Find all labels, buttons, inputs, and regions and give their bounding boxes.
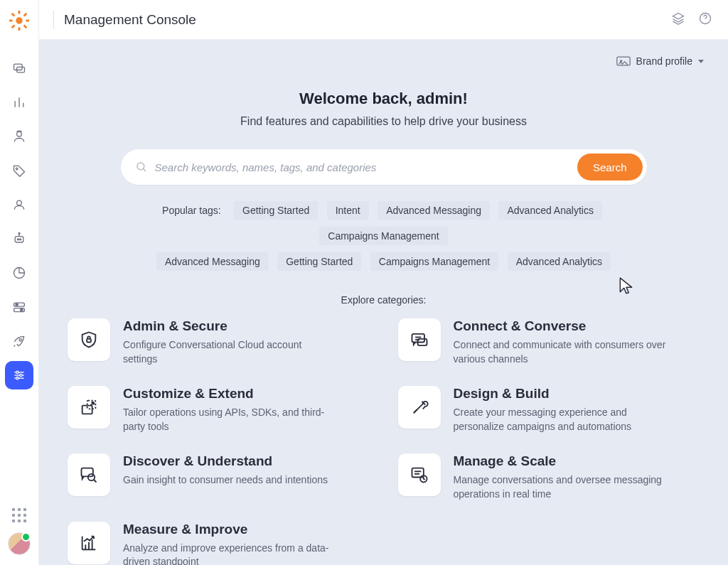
- tag-advanced-analytics-2[interactable]: Advanced Analytics: [508, 252, 611, 271]
- svg-point-32: [16, 377, 18, 380]
- category-cards: Admin & Secure Configure Conversational …: [68, 318, 700, 565]
- chevron-down-icon: [698, 60, 704, 63]
- tag-getting-started[interactable]: Getting Started: [234, 201, 318, 220]
- card-desc: Gain insight to consumer needs and inten…: [123, 473, 328, 488]
- welcome-subtitle: Find features and capabilities to help d…: [68, 115, 700, 128]
- card-desc: Analyze and improve experiences from a d…: [123, 542, 336, 565]
- svg-point-28: [16, 371, 18, 373]
- card-desc: Configure Conversational Cloud account s…: [123, 338, 336, 366]
- svg-point-30: [20, 374, 22, 376]
- tag-advanced-analytics[interactable]: Advanced Analytics: [498, 201, 601, 220]
- search-icon: [135, 161, 148, 173]
- campaign-icon[interactable]: [5, 327, 33, 355]
- card-measure-improve[interactable]: Measure & Improve Analyze and improve ex…: [68, 522, 370, 565]
- page-title: Management Console: [64, 12, 196, 28]
- card-title: Design & Build: [454, 386, 667, 402]
- search-bar: Search: [121, 149, 647, 185]
- svg-point-23: [16, 303, 18, 306]
- card-title: Discover & Understand: [123, 453, 328, 469]
- card-manage-scale[interactable]: Manage & Scale Manage conversations and …: [398, 453, 700, 501]
- svg-line-5: [12, 14, 15, 16]
- card-design-build[interactable]: Design & Build Create your messaging exp…: [398, 386, 700, 434]
- svg-line-7: [24, 14, 27, 16]
- brand-profile-icon: [616, 56, 631, 66]
- svg-line-38: [143, 168, 146, 171]
- layers-icon[interactable]: [671, 11, 685, 28]
- bot-icon[interactable]: [5, 225, 33, 253]
- manage-icon: [398, 453, 441, 496]
- card-title: Customize & Extend: [123, 386, 336, 402]
- extend-icon: [68, 386, 110, 429]
- agent-icon[interactable]: [5, 122, 33, 151]
- svg-line-8: [12, 26, 15, 28]
- avatar[interactable]: [8, 532, 31, 555]
- card-customize-extend[interactable]: Customize & Extend Tailor operations usi…: [68, 386, 370, 434]
- main-area: Management Console Brand profile: [39, 0, 728, 565]
- tags-label: Popular tags:: [162, 205, 221, 216]
- search-chat-icon: [68, 453, 110, 496]
- messaging-icon[interactable]: [5, 54, 33, 82]
- svg-point-21: [18, 232, 20, 234]
- svg-line-48: [94, 480, 97, 483]
- brand-profile-dropdown[interactable]: Brand profile: [616, 55, 704, 67]
- shield-lock-icon: [68, 318, 110, 361]
- help-icon[interactable]: [698, 11, 712, 28]
- popular-tags: Popular tags: Getting Started Intent Adv…: [114, 198, 654, 274]
- apps-menu-icon[interactable]: [12, 508, 26, 522]
- side-rail: [0, 0, 39, 565]
- svg-rect-39: [87, 339, 91, 343]
- user-icon[interactable]: [5, 190, 33, 219]
- chart-up-icon: [68, 522, 110, 564]
- analytics-icon[interactable]: [5, 88, 33, 117]
- data-icon[interactable]: [5, 259, 33, 287]
- brand-logo-icon: [9, 10, 30, 31]
- svg-point-26: [19, 339, 21, 341]
- svg-point-16: [17, 200, 22, 205]
- svg-rect-46: [82, 468, 93, 477]
- tag-intent[interactable]: Intent: [327, 201, 369, 220]
- card-title: Measure & Improve: [123, 522, 336, 537]
- chat-icon: [398, 318, 441, 361]
- toggle-icon[interactable]: [5, 293, 33, 321]
- svg-point-47: [88, 474, 95, 480]
- management-console-icon[interactable]: [5, 361, 33, 389]
- card-title: Connect & Converse: [454, 318, 667, 334]
- tag-icon[interactable]: [5, 156, 33, 185]
- welcome-title: Welcome back, admin!: [68, 90, 700, 108]
- svg-point-14: [17, 131, 22, 136]
- svg-point-0: [16, 17, 22, 23]
- search-input[interactable]: [155, 161, 577, 173]
- brand-profile-label: Brand profile: [636, 55, 692, 67]
- tag-advanced-messaging[interactable]: Advanced Messaging: [378, 201, 490, 220]
- card-title: Manage & Scale: [454, 453, 667, 469]
- card-desc: Connect and communicate with consumers o…: [454, 338, 667, 366]
- top-bar: Management Console: [39, 0, 728, 40]
- tag-getting-started-2[interactable]: Getting Started: [277, 252, 361, 271]
- svg-point-25: [21, 309, 23, 311]
- svg-line-6: [24, 26, 27, 28]
- card-discover-understand[interactable]: Discover & Understand Gain insight to co…: [68, 453, 370, 501]
- svg-point-19: [20, 239, 21, 240]
- tag-campaigns-management[interactable]: Campaigns Management: [319, 227, 447, 245]
- tag-advanced-messaging-2[interactable]: Advanced Messaging: [156, 252, 269, 271]
- card-admin-secure[interactable]: Admin & Secure Configure Conversational …: [68, 318, 370, 366]
- svg-point-37: [137, 163, 144, 170]
- explore-label: Explore categories:: [68, 294, 700, 306]
- card-title: Admin & Secure: [123, 318, 336, 334]
- svg-point-18: [17, 239, 18, 240]
- card-connect-converse[interactable]: Connect & Converse Connect and communica…: [398, 318, 700, 366]
- svg-point-15: [16, 168, 18, 170]
- card-desc: Create your messaging experience and per…: [454, 406, 667, 434]
- tag-campaigns-management-2[interactable]: Campaigns Management: [370, 252, 498, 271]
- search-button[interactable]: Search: [577, 154, 643, 181]
- divider: [53, 11, 54, 29]
- tools-icon: [398, 386, 441, 429]
- card-desc: Manage conversations and oversee messagi…: [454, 473, 667, 501]
- card-desc: Tailor operations using APIs, SDKs, and …: [123, 406, 336, 434]
